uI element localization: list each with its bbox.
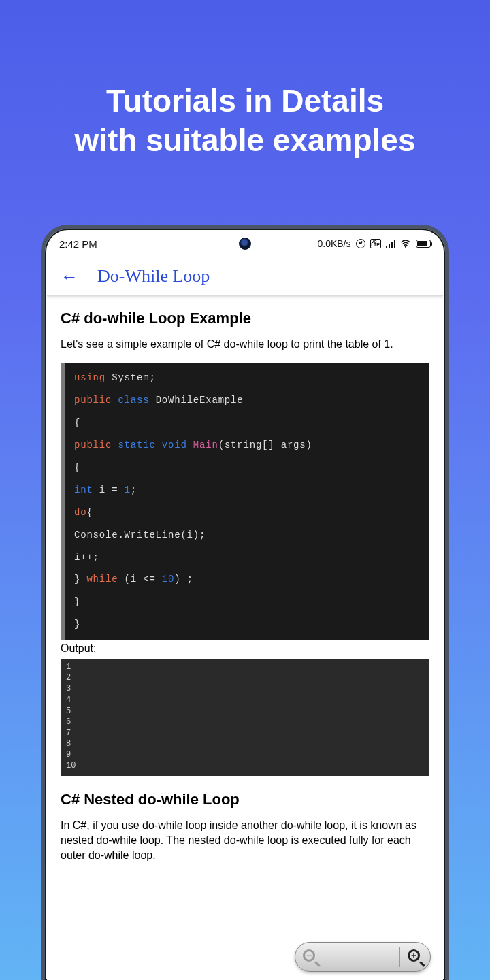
output-line: 9 <box>66 749 424 760</box>
zoom-out-button[interactable]: − <box>295 942 325 972</box>
statusbar-time: 2:42 PM <box>59 238 97 250</box>
code-line: } <box>74 593 429 611</box>
code-line: using System; <box>74 369 429 387</box>
output-block: 12345678910 <box>61 659 429 776</box>
output-line: 3 <box>66 683 424 694</box>
output-line: 1 <box>66 662 424 672</box>
phone-frame: 2:42 PM 0.0KB/s Vo LTE ← Do-While Loop C… <box>41 225 449 980</box>
back-button[interactable]: ← <box>61 267 78 285</box>
alarm-icon <box>356 239 365 248</box>
section-heading-2: C# Nested do-while Loop <box>61 791 429 808</box>
battery-icon <box>416 240 431 248</box>
output-line: 10 <box>66 760 424 771</box>
promo-heading: Tutorials in Details with suitable examp… <box>0 0 490 160</box>
article-content[interactable]: C# do-while Loop Example Let's see a sim… <box>47 296 443 980</box>
promo-line2: with suitable examples <box>74 122 415 158</box>
code-line: i++; <box>74 549 429 567</box>
code-line: } while (i <= 10) ; <box>74 570 429 589</box>
code-line: int i = 1; <box>74 481 429 500</box>
phone-screen: 2:42 PM 0.0KB/s Vo LTE ← Do-While Loop C… <box>47 231 443 980</box>
status-right: 0.0KB/s Vo LTE <box>317 238 431 249</box>
svg-point-0 <box>405 246 406 247</box>
statusbar: 2:42 PM 0.0KB/s Vo LTE <box>47 231 443 257</box>
zoom-in-icon: + <box>408 949 423 964</box>
zoom-out-icon: − <box>303 949 318 964</box>
front-camera-icon <box>239 238 251 250</box>
output-line: 5 <box>66 706 424 717</box>
section-heading: C# do-while Loop Example <box>61 310 429 327</box>
intro-paragraph: Let's see a simple example of C# do-whil… <box>61 337 429 352</box>
output-line: 2 <box>66 672 424 683</box>
code-line: public static void Main(string[] args) <box>74 436 429 455</box>
output-line: 7 <box>66 728 424 738</box>
output-label: Output: <box>61 642 429 655</box>
code-line: { <box>74 414 429 432</box>
code-line: Console.WriteLine(i); <box>74 526 429 544</box>
promo-line1: Tutorials in Details <box>106 83 384 118</box>
page-title: Do-While Loop <box>97 266 210 287</box>
zoom-in-button[interactable]: + <box>400 942 430 972</box>
code-line: public class DoWhileExample <box>74 391 429 410</box>
volte-icon: Vo LTE <box>370 239 381 248</box>
app-bar: ← Do-While Loop <box>47 257 443 296</box>
code-block: using System; public class DoWhileExampl… <box>61 363 429 639</box>
wifi-icon <box>400 240 411 248</box>
net-speed: 0.0KB/s <box>317 238 350 249</box>
zoom-control: − + <box>295 942 431 972</box>
code-line: { <box>74 459 429 477</box>
code-line: } <box>74 615 429 634</box>
output-line: 8 <box>66 738 424 749</box>
nested-paragraph: In C#, if you use do-while loop inside a… <box>61 818 429 864</box>
code-line: do{ <box>74 504 429 522</box>
output-line: 6 <box>66 717 424 728</box>
signal-icon <box>386 240 396 248</box>
output-line: 4 <box>66 694 424 705</box>
